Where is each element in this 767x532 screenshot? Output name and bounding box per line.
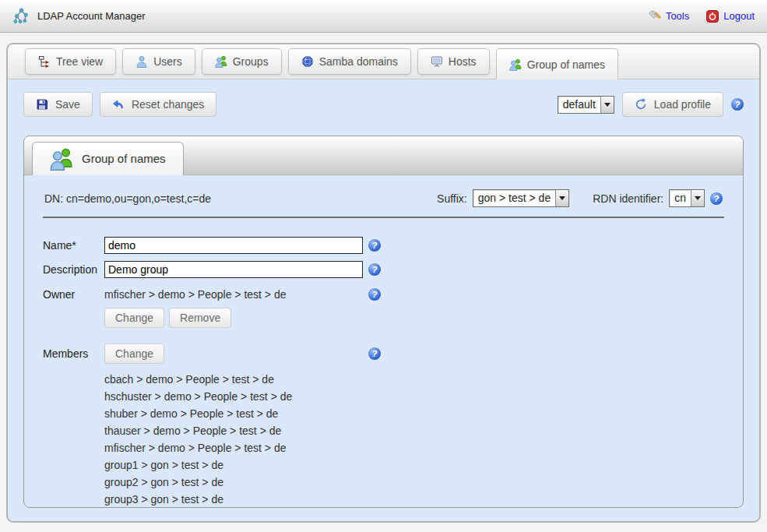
member-item: shuber > demo > People > test > de bbox=[104, 405, 724, 422]
member-item: group3 > gon > test > de bbox=[104, 491, 724, 508]
owner-label: Owner bbox=[43, 288, 104, 301]
group-form: Name* ? Description ? Owner mfischer > d… bbox=[43, 237, 724, 508]
description-field-wrap bbox=[104, 261, 363, 278]
name-input[interactable] bbox=[104, 237, 363, 254]
tab-label: Group of names bbox=[527, 58, 605, 71]
save-button[interactable]: Save bbox=[23, 92, 93, 117]
reset-changes-label: Reset changes bbox=[132, 98, 204, 111]
tab-users[interactable]: Users bbox=[122, 48, 195, 75]
user-icon bbox=[135, 55, 148, 68]
profile-select[interactable]: default bbox=[558, 96, 614, 114]
chevron-down-icon bbox=[555, 190, 568, 206]
logout-link[interactable]: Logout bbox=[706, 10, 755, 23]
tree-view-icon bbox=[38, 55, 51, 68]
toolbar-right: default Load profile ? bbox=[558, 92, 744, 117]
chevron-down-icon bbox=[600, 97, 614, 113]
help-icon[interactable]: ? bbox=[710, 192, 723, 205]
reset-changes-button[interactable]: Reset changes bbox=[100, 92, 216, 117]
owner-value: mfischer > demo > People > test > de bbox=[104, 288, 363, 301]
owner-row: Owner mfischer > demo > People > test > … bbox=[43, 288, 724, 301]
member-item: hschuster > demo > People > test > de bbox=[104, 388, 724, 405]
panel-tab-label: Group of names bbox=[82, 152, 166, 165]
help-icon[interactable]: ? bbox=[368, 347, 381, 360]
rdn-select-value: cn bbox=[670, 190, 691, 206]
suffix-label: Suffix: bbox=[437, 192, 467, 205]
save-floppy-icon bbox=[36, 98, 48, 111]
member-item: mfischer > demo > People > test > de bbox=[104, 439, 724, 456]
dn-row-right: Suffix: gon > test > de RDN identifier: … bbox=[437, 189, 723, 207]
description-label: Description bbox=[43, 263, 104, 276]
member-item: cbach > demo > People > test > de bbox=[104, 371, 724, 388]
description-row: Description ? bbox=[43, 261, 724, 278]
help-icon[interactable]: ? bbox=[368, 288, 381, 301]
globe-icon bbox=[301, 55, 314, 68]
panel-header: Group of names bbox=[24, 136, 743, 175]
name-label: Name* bbox=[43, 239, 104, 252]
tab-label: Users bbox=[153, 55, 182, 68]
member-item: group2 > gon > test > de bbox=[104, 474, 724, 491]
tools-link[interactable]: Tools bbox=[649, 10, 689, 23]
load-profile-label: Load profile bbox=[654, 98, 711, 111]
dn-row: DN: cn=demo,ou=gon,o=test,c=de Suffix: g… bbox=[43, 183, 724, 218]
panel-content: DN: cn=demo,ou=gon,o=test,c=de Suffix: g… bbox=[24, 175, 743, 508]
name-row: Name* ? bbox=[43, 237, 724, 254]
suffix-select-value: gon > test > de bbox=[473, 190, 555, 206]
group-icon bbox=[215, 55, 227, 68]
owner-buttons: Change Remove bbox=[43, 308, 724, 328]
tab-label: Hosts bbox=[449, 55, 477, 68]
member-item: group1 > gon > test > de bbox=[104, 456, 724, 474]
main-container: Tree view Users Groups bbox=[6, 43, 761, 523]
nav-tabbar: Tree view Users Groups bbox=[8, 44, 759, 79]
member-list: cbach > demo > People > test > de hschus… bbox=[43, 371, 724, 508]
save-label: Save bbox=[55, 98, 80, 111]
app-header: LDAP Account Manager Tools Logout bbox=[0, 0, 767, 33]
host-monitor-icon bbox=[431, 55, 443, 68]
rdn-identifier-label: RDN identifier: bbox=[593, 192, 663, 205]
lam-tree-logo-icon bbox=[12, 7, 30, 25]
profile-select-value: default bbox=[558, 97, 600, 113]
logout-power-icon bbox=[706, 10, 719, 23]
rdn-select[interactable]: cn bbox=[669, 189, 705, 207]
help-icon[interactable]: ? bbox=[731, 98, 744, 111]
group-of-names-panel: Group of names DN: cn=demo,ou=gon,o=test… bbox=[23, 136, 744, 508]
refresh-icon bbox=[635, 98, 647, 111]
group-icon bbox=[509, 58, 522, 71]
members-field-wrap: Change bbox=[104, 344, 363, 364]
toolbar: Save Reset changes default Load profile … bbox=[8, 79, 759, 117]
name-field-wrap bbox=[104, 237, 363, 254]
help-icon[interactable]: ? bbox=[368, 263, 381, 276]
logout-label: Logout bbox=[723, 10, 755, 22]
app-title: LDAP Account Manager bbox=[37, 10, 146, 22]
members-label: Members bbox=[43, 347, 104, 360]
owner-change-button[interactable]: Change bbox=[104, 308, 164, 328]
tab-tree-view[interactable]: Tree view bbox=[25, 48, 116, 75]
owner-remove-button[interactable]: Remove bbox=[169, 308, 231, 328]
members-row: Members Change ? bbox=[43, 344, 724, 364]
suffix-select[interactable]: gon > test > de bbox=[473, 189, 569, 207]
tab-label: Samba domains bbox=[319, 55, 398, 68]
help-icon[interactable]: ? bbox=[368, 239, 381, 252]
tab-label: Tree view bbox=[56, 55, 103, 68]
description-input[interactable] bbox=[104, 261, 363, 278]
member-item: thauser > demo > People > test > de bbox=[104, 422, 724, 439]
chevron-down-icon bbox=[691, 190, 704, 206]
tab-label: Groups bbox=[233, 55, 269, 68]
tab-hosts[interactable]: Hosts bbox=[417, 48, 490, 75]
dn-text: DN: cn=demo,ou=gon,o=test,c=de bbox=[44, 192, 211, 205]
group-icon bbox=[50, 147, 73, 171]
panel-tab-group-of-names[interactable]: Group of names bbox=[32, 142, 184, 175]
wrench-icon bbox=[649, 10, 661, 23]
members-change-button[interactable]: Change bbox=[104, 344, 164, 364]
tab-samba-domains[interactable]: Samba domains bbox=[288, 48, 411, 75]
app-brand: LDAP Account Manager bbox=[12, 7, 146, 25]
tab-groups[interactable]: Groups bbox=[202, 48, 282, 75]
tab-group-of-names[interactable]: Group of names bbox=[496, 48, 618, 79]
undo-arrow-icon bbox=[112, 98, 125, 111]
load-profile-button[interactable]: Load profile bbox=[622, 92, 723, 117]
header-links: Tools Logout bbox=[649, 10, 755, 23]
tools-label: Tools bbox=[666, 10, 689, 22]
